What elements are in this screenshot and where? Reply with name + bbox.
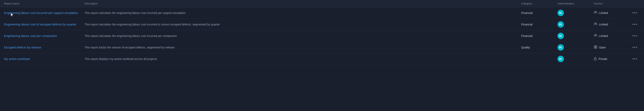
table-row: Engineering labour cost of escaped defec…	[0, 19, 644, 30]
col-header-description: Description	[84, 2, 521, 5]
report-name-cell: My active workload	[4, 57, 84, 61]
report-name-link[interactable]: My active workload	[4, 57, 30, 61]
category-cell: Financial	[521, 34, 558, 38]
access-cell: Limited	[594, 11, 630, 15]
more-menu-button[interactable]: •••	[631, 22, 639, 27]
report-name-cell: Escaped defects by release	[4, 45, 84, 49]
description-cell: This report tracks the volume of escaped…	[84, 46, 521, 49]
col-header-access[interactable]: Access ↕	[594, 2, 630, 5]
category-cell: Financial	[521, 11, 558, 15]
report-name-cell: Engineering labour cost per component	[4, 34, 84, 38]
category-cell: Financial	[521, 23, 558, 26]
table-row: Engineering labour cost per component Th…	[0, 30, 644, 42]
more-menu-cell: •••	[630, 22, 640, 27]
admin-cell: ML	[558, 21, 594, 28]
admin-cell: ML	[558, 56, 594, 62]
svg-point-3	[596, 23, 597, 24]
table-header: Report name ↑ Description Category ↕ Adm…	[0, 0, 644, 7]
table-row: Escaped defects by release This report t…	[0, 42, 644, 53]
admin-cell: ML	[558, 33, 594, 39]
access-icon	[594, 11, 597, 15]
report-name-link[interactable]: Escaped defects by release	[4, 46, 41, 49]
svg-point-11	[595, 59, 596, 60]
more-menu-button[interactable]: •••	[631, 56, 639, 62]
reports-table: Report name ↑ Description Category ↕ Adm…	[0, 0, 644, 65]
sort-icon: ↑	[20, 3, 21, 5]
avatar: ML	[558, 33, 564, 39]
more-menu-button[interactable]: •••	[631, 45, 639, 50]
table-row: My active workload This report displays …	[0, 53, 644, 65]
svg-rect-7	[596, 46, 597, 47]
report-name-link[interactable]: Engineering labour cost of escaped defec…	[4, 23, 76, 26]
access-icon	[594, 22, 597, 27]
avatar: ML	[558, 44, 564, 51]
admin-cell: ML	[558, 10, 594, 16]
more-menu-button[interactable]: •••	[631, 10, 639, 16]
svg-rect-6	[594, 46, 595, 47]
col-header-category[interactable]: Category ↕	[521, 2, 558, 5]
svg-point-4	[594, 34, 596, 36]
description-cell: This report calculates the engineering l…	[84, 11, 521, 15]
description-cell: This report calculates the engineering l…	[84, 23, 521, 26]
more-menu-cell: •••	[630, 45, 640, 50]
description-cell: This report calculates the engineering l…	[84, 34, 521, 38]
table-row: Engineering labour cost incurred per sup…	[0, 7, 644, 19]
admin-cell: ML	[558, 44, 594, 51]
access-cell: Limited	[594, 34, 630, 38]
svg-point-0	[594, 11, 596, 13]
svg-point-5	[596, 34, 597, 36]
avatar: ML	[558, 21, 564, 28]
more-menu-button[interactable]: •••	[631, 33, 639, 39]
col-header-administrators: Administrators	[558, 2, 594, 5]
access-cell: Open	[594, 45, 630, 50]
avatar: ML	[558, 56, 564, 62]
access-cell: Limited	[594, 22, 630, 27]
description-cell: This report displays my active workload …	[84, 57, 521, 61]
lock-icon	[594, 57, 597, 61]
avatar: ML	[558, 10, 564, 16]
report-name-link[interactable]: Engineering labour cost incurred per sup…	[4, 11, 78, 15]
report-name-link[interactable]: Engineering labour cost per component	[4, 34, 57, 38]
svg-point-2	[594, 23, 596, 24]
col-header-report-name[interactable]: Report name ↑	[4, 2, 84, 5]
svg-rect-8	[594, 47, 595, 48]
more-menu-cell: •••	[630, 33, 640, 39]
cursor-icon	[10, 13, 14, 17]
access-icon	[594, 34, 597, 38]
more-menu-cell: •••	[630, 56, 640, 62]
svg-rect-9	[596, 47, 597, 48]
category-sort-icon: ↕	[533, 3, 534, 5]
access-sort-icon: ↕	[603, 3, 604, 5]
svg-point-1	[596, 11, 597, 13]
more-menu-cell: •••	[630, 10, 640, 16]
access-icon	[594, 45, 597, 50]
report-name-cell: Engineering labour cost of escaped defec…	[4, 22, 84, 27]
report-name-cell: Engineering labour cost incurred per sup…	[4, 11, 84, 15]
category-cell: Quality	[521, 46, 558, 49]
access-cell: Private	[594, 57, 630, 61]
